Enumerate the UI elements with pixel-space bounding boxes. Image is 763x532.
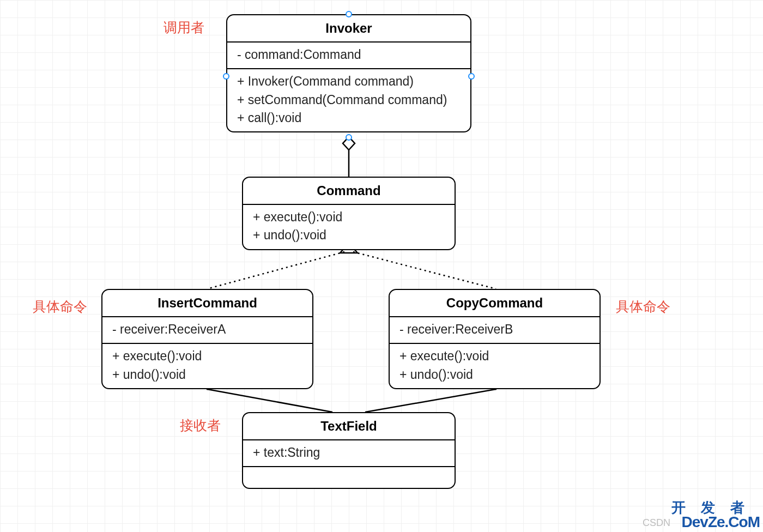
class-title: Command	[243, 178, 455, 205]
class-title: CopyCommand	[390, 290, 600, 317]
class-attrs: - receiver:ReceiverB	[390, 317, 600, 344]
class-title: TextField	[243, 413, 455, 440]
class-attrs: - command:Command	[227, 43, 470, 69]
watermark-devze: 开发者 DevZe.CoM	[671, 500, 760, 530]
watermark-csdn: CSDN	[643, 517, 670, 529]
class-invoker[interactable]: Invoker - command:Command + Invoker(Comm…	[226, 14, 471, 132]
port-icon[interactable]	[223, 73, 229, 80]
class-title: Invoker	[227, 15, 470, 43]
class-ops: + execute():void + undo():void	[243, 205, 455, 249]
class-ops: + Invoker(Command command) + setCommand(…	[227, 69, 470, 131]
class-attrs: + text:String	[243, 440, 455, 467]
class-ops-empty	[243, 467, 455, 488]
class-attrs: - receiver:ReceiverA	[102, 317, 312, 344]
class-title: InsertCommand	[102, 290, 312, 317]
annotation-invoker: 调用者	[164, 19, 204, 37]
port-icon[interactable]	[468, 73, 475, 80]
class-ops: + execute():void + undo():void	[390, 344, 600, 388]
port-icon[interactable]	[346, 11, 352, 17]
class-command[interactable]: Command + execute():void + undo():void	[242, 177, 456, 250]
annotation-concrete-left: 具体命令	[33, 298, 87, 316]
class-copycommand[interactable]: CopyCommand - receiver:ReceiverB + execu…	[389, 289, 601, 389]
class-insertcommand[interactable]: InsertCommand - receiver:ReceiverA + exe…	[101, 289, 313, 389]
port-icon[interactable]	[346, 134, 352, 141]
class-textfield[interactable]: TextField + text:String	[242, 412, 456, 489]
annotation-concrete-right: 具体命令	[616, 298, 670, 316]
class-ops: + execute():void + undo():void	[102, 344, 312, 388]
annotation-receiver: 接收者	[180, 416, 221, 434]
